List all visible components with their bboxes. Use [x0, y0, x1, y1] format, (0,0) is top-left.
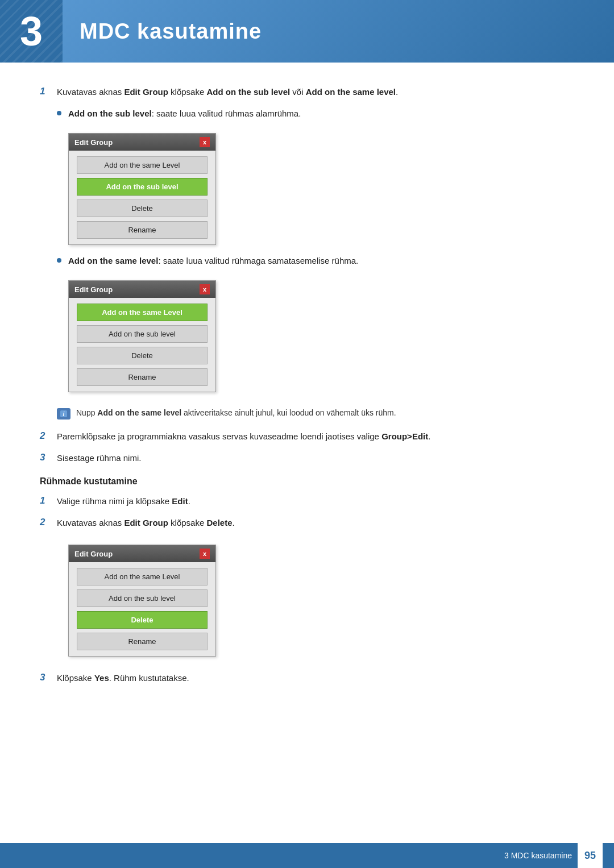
delete-step-3: 3 Klõpsake Yes. Rühm kustutatakse. — [40, 671, 574, 685]
footer-text: 3 MDC kasutamine — [504, 851, 572, 860]
dialog-sub-titlebar: Edit Group x — [69, 134, 215, 151]
bullet-text-same: Add on the same level: saate luua valitu… — [68, 254, 358, 268]
dialog-same-btn-sub-level[interactable]: Add on the sub level — [77, 325, 208, 343]
dialog-sub-close[interactable]: x — [200, 137, 210, 147]
dialog-delete-btn-same-level[interactable]: Add on the same Level — [77, 568, 208, 585]
delete-step-1-text: Valige rühma nimi ja klõpsake Edit. — [57, 495, 190, 508]
step-2-number: 2 — [40, 430, 57, 442]
step-1-number: 1 — [40, 86, 57, 97]
chapter-number-text: 3 — [20, 8, 43, 55]
delete-step-1-number: 1 — [40, 495, 57, 506]
delete-step-3-number: 3 — [40, 672, 57, 683]
note-icon: i — [57, 408, 70, 420]
dialog-same-btn-delete[interactable]: Delete — [77, 347, 208, 364]
dialog-same-level: Edit Group x Add on the same Level Add o… — [68, 280, 216, 392]
page-footer: 3 MDC kasutamine 95 — [0, 843, 614, 868]
chapter-title: MDC kasutamine — [63, 19, 262, 44]
bullet-same-bold: Add on the same level — [68, 256, 158, 265]
dialog-sub-title: Edit Group — [74, 138, 113, 147]
delete-step-2-text: Kuvatavas aknas Edit Group klõpsake Dele… — [57, 516, 235, 530]
group-edit-ref: Group>Edit — [381, 431, 428, 441]
dialog-sub-btn-delete[interactable]: Delete — [77, 200, 208, 217]
chapter-number: 3 — [0, 0, 63, 63]
yes-ref: Yes — [94, 673, 109, 683]
dialog-sub-btn-same-level[interactable]: Add on the same Level — [77, 156, 208, 174]
step-1: 1 Kuvatavas aknas Edit Group klõpsake Ad… — [40, 85, 574, 99]
dialog-sub-body: Add on the same Level Add on the sub lev… — [69, 151, 215, 244]
dialog-delete-btn-delete[interactable]: Delete — [77, 611, 208, 629]
dialog-delete-title: Edit Group — [74, 550, 113, 558]
svg-text:i: i — [63, 411, 65, 417]
dialog-same-close[interactable]: x — [200, 284, 210, 294]
dialog-same-titlebar: Edit Group x — [69, 281, 215, 298]
bullet-text-sub: Add on the sub level: saate luua valitud… — [68, 107, 301, 121]
delete-ref: Delete — [206, 518, 232, 528]
delete-step-2: 2 Kuvatavas aknas Edit Group klõpsake De… — [40, 516, 574, 530]
action-same-level-ref: Add on the same level — [306, 87, 396, 97]
step-3-number: 3 — [40, 452, 57, 463]
dialog-delete-titlebar: Edit Group x — [69, 545, 215, 562]
delete-step-3-text: Klõpsake Yes. Rühm kustutatakse. — [57, 671, 189, 685]
bullet-dot-sub — [57, 111, 61, 115]
dialog-same-title: Edit Group — [74, 285, 113, 294]
note-text: Nupp Add on the same level aktiveeritaks… — [76, 407, 396, 419]
dialog-delete-close[interactable]: x — [200, 549, 210, 559]
step-1-text: Kuvatavas aknas Edit Group klõpsake Add … — [57, 85, 398, 99]
section-delete-heading: Rühmade kustutamine — [40, 476, 574, 487]
dialog-delete: Edit Group x Add on the same Level Add o… — [68, 545, 216, 657]
delete-step-1: 1 Valige rühma nimi ja klõpsake Edit. — [40, 495, 574, 508]
dialog-delete-btn-rename[interactable]: Rename — [77, 633, 208, 650]
action-sub-level-ref: Add on the sub level — [206, 87, 290, 97]
bullet-item-sub: Add on the sub level: saate luua valitud… — [57, 107, 574, 121]
dialog-same-btn-rename[interactable]: Rename — [77, 368, 208, 386]
edit-group-ref-2: Edit Group — [124, 518, 168, 528]
step-2-text: Paremklõpsake ja programmiakna vasakus s… — [57, 430, 430, 443]
note-bold: Add on the same level — [97, 408, 181, 417]
bullet-dot-same — [57, 258, 61, 263]
dialog-sub-btn-rename[interactable]: Rename — [77, 221, 208, 239]
bullet-section-sub: Add on the sub level: saate luua valitud… — [57, 107, 574, 401]
dialog-delete-btn-sub-level[interactable]: Add on the sub level — [77, 589, 208, 607]
step-3: 3 Sisestage rühma nimi. — [40, 451, 574, 465]
note-box: i Nupp Add on the same level aktiveerita… — [57, 407, 574, 420]
dialog-same-btn-same-level[interactable]: Add on the same Level — [77, 304, 208, 321]
bullet-item-same: Add on the same level: saate luua valitu… — [57, 254, 574, 268]
footer-page-number: 95 — [578, 843, 603, 868]
dialog-delete-section: Edit Group x Add on the same Level Add o… — [57, 538, 574, 666]
chapter-banner: 3 MDC kasutamine — [0, 0, 614, 63]
edit-group-ref-1: Edit Group — [124, 87, 168, 97]
dialog-sub-level: Edit Group x Add on the same Level Add o… — [68, 133, 216, 245]
step-3-text: Sisestage rühma nimi. — [57, 451, 141, 465]
dialog-delete-body: Add on the same Level Add on the sub lev… — [69, 562, 215, 656]
dialog-sub-btn-sub-level[interactable]: Add on the sub level — [77, 178, 208, 196]
edit-ref: Edit — [172, 496, 188, 506]
bullet-sub-bold: Add on the sub level — [68, 109, 152, 118]
note-svg-icon: i — [60, 410, 68, 418]
step-2: 2 Paremklõpsake ja programmiakna vasakus… — [40, 430, 574, 443]
dialog-same-body: Add on the same Level Add on the sub lev… — [69, 298, 215, 392]
delete-step-2-number: 2 — [40, 517, 57, 528]
main-content: 1 Kuvatavas aknas Edit Group klõpsake Ad… — [0, 63, 614, 727]
